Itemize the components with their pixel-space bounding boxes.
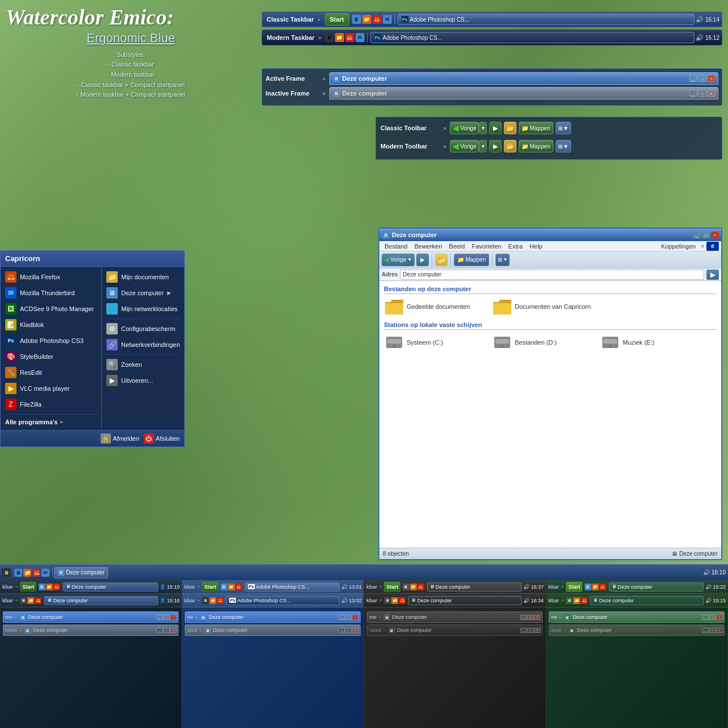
mbfb5[interactable]: □ xyxy=(345,628,351,633)
mgfb3[interactable]: × xyxy=(534,615,540,620)
modern-icon-1[interactable]: 🖥 xyxy=(325,33,334,42)
exp-back-btn[interactable]: ◀ Vorige ▼ xyxy=(382,254,415,266)
start-item-netwerk[interactable]: 🌐 Mijn netwerklocaties xyxy=(102,301,184,317)
start-item-zoeken[interactable]: 🔍 Zoeken xyxy=(102,357,184,373)
afmelden-btn[interactable]: 🔒 Afmelden xyxy=(101,433,139,444)
btm-icon-1[interactable]: 🖥 xyxy=(14,569,22,577)
start-item-acdsee[interactable]: 🖼 ACDSee 9 Photo Manager xyxy=(1,301,101,317)
file-item-d[interactable]: Bestanden (D:) xyxy=(492,333,594,351)
btm-icon-2[interactable]: 📁 xyxy=(23,569,31,577)
start-item-vlc[interactable]: ▶ VLC media player xyxy=(1,380,101,396)
mini-frame-active-gray[interactable]: me » 🖥 Deze computer _ □ × xyxy=(367,611,543,623)
mfb2[interactable]: □ xyxy=(163,615,169,620)
mgfb1[interactable]: _ xyxy=(520,615,527,620)
start-button-classic[interactable]: Start xyxy=(325,13,349,26)
file-item-e[interactable]: Muziek (E:) xyxy=(600,333,702,351)
folder-btn-classic[interactable]: 📂 xyxy=(504,122,516,134)
mi5[interactable]: 📁 xyxy=(27,597,34,604)
exp-close-btn[interactable]: × xyxy=(711,231,719,238)
mbfb2[interactable]: □ xyxy=(345,615,351,620)
mini-frame-active-green[interactable]: ne » 🖥 Deze computer _ □ × xyxy=(549,611,725,623)
mg1[interactable]: 🖥 xyxy=(403,584,410,590)
file-item-c[interactable]: Systeem (C:) xyxy=(384,333,486,351)
mbfb4[interactable]: _ xyxy=(338,628,345,633)
mfb1[interactable]: _ xyxy=(156,615,163,620)
start-item-netwerkverb[interactable]: 🔗 Netwerkverbindingen xyxy=(102,337,184,353)
mi2[interactable]: 📁 xyxy=(46,584,53,590)
mgfb4[interactable]: _ xyxy=(520,628,527,633)
grfb3[interactable]: × xyxy=(716,615,722,620)
mgr6[interactable]: 🦊 xyxy=(581,597,588,604)
mi6[interactable]: 🦊 xyxy=(35,597,42,604)
exp-views-btn[interactable]: ⊞ ▼ xyxy=(495,254,510,266)
mini-frame-active-blue[interactable]: ne » 🖥 Deze computer _ □ × xyxy=(185,611,361,623)
views-btn-classic[interactable]: ⊞ ▼ xyxy=(556,122,571,134)
start-orb[interactable]: 🖥 xyxy=(2,568,11,577)
address-box[interactable]: Deze computer xyxy=(400,270,704,280)
mbfb6[interactable]: × xyxy=(352,628,358,633)
grfb2[interactable]: □ xyxy=(709,615,715,620)
active-frame-window[interactable]: 🖥 Deze computer _ □ × xyxy=(329,72,718,85)
inactive-min-btn[interactable]: _ xyxy=(689,90,697,97)
menu-favorieten[interactable]: Favorieten xyxy=(469,243,504,250)
file-item-gedeelde[interactable]: Gedeelde documenten xyxy=(384,297,486,316)
inactive-max-btn[interactable]: □ xyxy=(698,90,706,97)
taskbar-icon-4[interactable]: ✉ xyxy=(383,15,392,24)
mgr4[interactable]: 🖥 xyxy=(566,597,573,604)
exp-minimize-btn[interactable]: _ xyxy=(693,231,701,238)
mgfb6[interactable]: × xyxy=(534,628,540,633)
mb5[interactable]: 📁 xyxy=(209,597,216,604)
mgr1[interactable]: 🖥 xyxy=(585,584,592,590)
btm-icon-4[interactable]: ✉ xyxy=(42,569,49,577)
address-go-btn[interactable]: ▶ xyxy=(706,270,719,280)
taskbar-icon-3[interactable]: 🦊 xyxy=(373,15,382,24)
folder-btn-modern[interactable]: 📂 xyxy=(504,140,516,152)
mbfb3[interactable]: × xyxy=(352,615,358,620)
menu-extra[interactable]: Extra xyxy=(505,243,526,250)
start-item-config[interactable]: ⚙ Configuratiescherm xyxy=(102,321,184,337)
mini-app-gr2[interactable]: 🖥 Deze computer xyxy=(590,596,704,605)
mini-app-gr1[interactable]: 🖥 Deze computer xyxy=(609,582,704,592)
mappen-btn-classic[interactable]: 📁 Mappen xyxy=(519,122,553,134)
grfb5[interactable]: □ xyxy=(709,628,715,633)
mfb3[interactable]: × xyxy=(170,615,176,620)
start-item-stylebuilder[interactable]: 🎨 StyleBuilder xyxy=(1,349,101,365)
mini-frame-active-dark[interactable]: me » 🖥 Deze computer _ □ × xyxy=(3,611,179,623)
grfb6[interactable]: × xyxy=(716,628,722,633)
active-min-btn[interactable]: _ xyxy=(689,75,697,82)
vorige-btn-classic[interactable]: ◀ Vorige xyxy=(450,122,479,134)
mini-app-b1[interactable]: Ps Adobe Photoshop CS... xyxy=(245,582,340,592)
mgr3[interactable]: 🦊 xyxy=(599,584,606,590)
modern-icon-4[interactable]: ✉ xyxy=(355,33,365,42)
mini-app-1[interactable]: 🖥 Deze computer xyxy=(63,582,158,592)
start-item-firefox[interactable]: 🦊 Mozilla Firefox xyxy=(1,269,101,285)
mb3[interactable]: 🦊 xyxy=(235,584,242,590)
mfb4[interactable]: _ xyxy=(156,628,163,633)
mg5[interactable]: 📁 xyxy=(391,597,398,604)
views-btn-modern[interactable]: ⊞ ▼ xyxy=(556,140,571,152)
active-max-btn[interactable]: □ xyxy=(698,75,706,82)
menu-koppelingen[interactable]: Koppelingen xyxy=(658,243,698,250)
mgr2[interactable]: 📁 xyxy=(592,584,599,590)
btm-icon-3[interactable]: 🦊 xyxy=(32,569,40,577)
inactive-close-btn[interactable]: × xyxy=(708,90,715,97)
mappen-btn-modern[interactable]: 📁 Mappen xyxy=(519,140,553,152)
start-item-deze-computer[interactable]: 🖥 Deze computer ▶ xyxy=(102,285,184,301)
menu-help[interactable]: Help xyxy=(527,243,545,250)
start-item-kladblok[interactable]: 📝 Kladblok xyxy=(1,317,101,333)
mfb5[interactable]: □ xyxy=(163,628,169,633)
vorige-arrow-modern[interactable]: ▼ xyxy=(479,140,487,152)
mgr5[interactable]: 📁 xyxy=(573,597,580,604)
mini-app-b2[interactable]: Ps Adobe Photoshop CS... xyxy=(226,596,340,605)
vorige-arrow-classic[interactable]: ▼ xyxy=(479,122,487,134)
active-close-btn[interactable]: × xyxy=(708,75,715,82)
modern-icon-2[interactable]: 📁 xyxy=(335,33,344,42)
exp-mappen-btn[interactable]: 📁 Mappen xyxy=(454,254,489,266)
btm-app[interactable]: 🖥 Deze computer xyxy=(54,567,108,578)
mfb6[interactable]: × xyxy=(170,628,176,633)
mi4[interactable]: 🖥 xyxy=(20,597,27,604)
start-item-resedit[interactable]: 🔧 ResEdit xyxy=(1,365,101,380)
taskbar-app-modern[interactable]: Ps Adobe Photoshop CS... xyxy=(370,32,694,43)
mg6[interactable]: 🦊 xyxy=(399,597,406,604)
grfb1[interactable]: _ xyxy=(702,615,709,620)
